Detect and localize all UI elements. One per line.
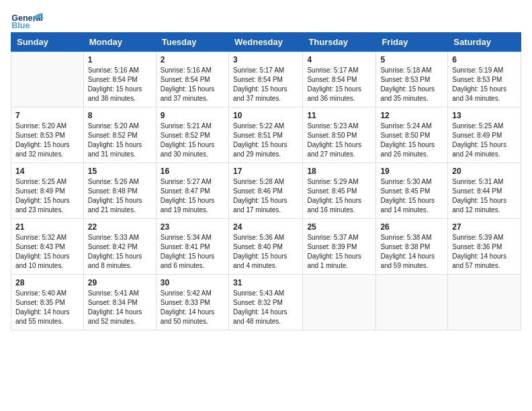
day-number: 13 [452, 111, 517, 120]
calendar-cell: 31Sunrise: 5:43 AM Sunset: 8:32 PM Dayli… [228, 275, 302, 330]
day-info: Sunrise: 5:17 AM Sunset: 8:54 PM Dayligh… [307, 66, 371, 103]
calendar-cell: 5Sunrise: 5:18 AM Sunset: 8:53 PM Daylig… [376, 52, 448, 107]
calendar-cell: 19Sunrise: 5:30 AM Sunset: 8:45 PM Dayli… [376, 163, 448, 219]
weekday-header: Wednesday [228, 33, 302, 52]
day-number: 30 [161, 278, 224, 287]
day-info: Sunrise: 5:24 AM Sunset: 8:50 PM Dayligh… [380, 122, 443, 159]
calendar-cell: 7Sunrise: 5:20 AM Sunset: 8:53 PM Daylig… [11, 107, 84, 163]
calendar-header-row: SundayMondayTuesdayWednesdayThursdayFrid… [11, 33, 521, 52]
svg-text:Blue: Blue [11, 21, 30, 30]
calendar-cell: 1Sunrise: 5:16 AM Sunset: 8:54 PM Daylig… [83, 52, 156, 107]
calendar-cell: 25Sunrise: 5:37 AM Sunset: 8:39 PM Dayli… [303, 219, 376, 275]
calendar-cell: 28Sunrise: 5:40 AM Sunset: 8:35 PM Dayli… [11, 275, 84, 330]
calendar-cell: 26Sunrise: 5:38 AM Sunset: 8:38 PM Dayli… [376, 219, 448, 275]
calendar-cell: 8Sunrise: 5:20 AM Sunset: 8:52 PM Daylig… [83, 107, 156, 163]
day-info: Sunrise: 5:42 AM Sunset: 8:33 PM Dayligh… [161, 289, 224, 326]
day-number: 15 [88, 167, 152, 176]
calendar-cell: 2Sunrise: 5:16 AM Sunset: 8:54 PM Daylig… [156, 52, 228, 107]
calendar-cell: 27Sunrise: 5:39 AM Sunset: 8:36 PM Dayli… [448, 219, 521, 275]
calendar-cell: 22Sunrise: 5:33 AM Sunset: 8:42 PM Dayli… [83, 219, 156, 275]
day-info: Sunrise: 5:43 AM Sunset: 8:32 PM Dayligh… [233, 289, 298, 326]
day-info: Sunrise: 5:23 AM Sunset: 8:50 PM Dayligh… [307, 122, 371, 159]
day-number: 9 [161, 111, 224, 120]
day-number: 3 [233, 55, 298, 64]
day-info: Sunrise: 5:38 AM Sunset: 8:38 PM Dayligh… [380, 233, 443, 271]
calendar-week-row: 1Sunrise: 5:16 AM Sunset: 8:54 PM Daylig… [11, 52, 521, 107]
calendar-cell: 9Sunrise: 5:21 AM Sunset: 8:52 PM Daylig… [156, 107, 228, 163]
day-number: 23 [161, 222, 224, 232]
calendar-week-row: 28Sunrise: 5:40 AM Sunset: 8:35 PM Dayli… [11, 275, 521, 330]
day-number: 27 [452, 222, 517, 232]
day-info: Sunrise: 5:28 AM Sunset: 8:46 PM Dayligh… [233, 177, 298, 215]
day-info: Sunrise: 5:20 AM Sunset: 8:52 PM Dayligh… [88, 122, 152, 159]
calendar-cell: 3Sunrise: 5:17 AM Sunset: 8:54 PM Daylig… [228, 52, 302, 107]
day-info: Sunrise: 5:34 AM Sunset: 8:41 PM Dayligh… [161, 233, 224, 271]
day-number: 14 [15, 167, 79, 176]
day-info: Sunrise: 5:32 AM Sunset: 8:43 PM Dayligh… [15, 233, 79, 271]
day-info: Sunrise: 5:37 AM Sunset: 8:39 PM Dayligh… [307, 233, 371, 271]
calendar-cell: 13Sunrise: 5:25 AM Sunset: 8:49 PM Dayli… [448, 107, 521, 163]
weekday-header: Saturday [448, 33, 521, 52]
calendar-week-row: 14Sunrise: 5:25 AM Sunset: 8:49 PM Dayli… [11, 163, 521, 219]
calendar-cell: 11Sunrise: 5:23 AM Sunset: 8:50 PM Dayli… [303, 107, 376, 163]
day-number: 4 [307, 55, 371, 64]
logo-icon: General Blue [11, 11, 44, 31]
day-number: 7 [15, 111, 79, 120]
calendar-cell: 14Sunrise: 5:25 AM Sunset: 8:49 PM Dayli… [11, 163, 84, 219]
calendar-cell [11, 52, 84, 107]
day-info: Sunrise: 5:25 AM Sunset: 8:49 PM Dayligh… [452, 122, 517, 159]
day-number: 20 [452, 167, 517, 176]
day-info: Sunrise: 5:33 AM Sunset: 8:42 PM Dayligh… [88, 233, 152, 271]
day-info: Sunrise: 5:26 AM Sunset: 8:48 PM Dayligh… [88, 177, 152, 215]
calendar-cell: 15Sunrise: 5:26 AM Sunset: 8:48 PM Dayli… [83, 163, 156, 219]
calendar-cell: 17Sunrise: 5:28 AM Sunset: 8:46 PM Dayli… [228, 163, 302, 219]
day-number: 18 [307, 167, 371, 176]
page-header: General Blue [11, 11, 521, 24]
day-number: 5 [380, 55, 443, 64]
weekday-header: Monday [83, 33, 156, 52]
day-number: 10 [233, 111, 298, 120]
day-number: 6 [452, 55, 517, 64]
calendar-week-row: 21Sunrise: 5:32 AM Sunset: 8:43 PM Dayli… [11, 219, 521, 275]
calendar-cell: 24Sunrise: 5:36 AM Sunset: 8:40 PM Dayli… [228, 219, 302, 275]
calendar-cell [376, 275, 448, 330]
weekday-header: Sunday [11, 33, 84, 52]
weekday-header: Friday [376, 33, 448, 52]
day-number: 31 [233, 278, 298, 287]
day-info: Sunrise: 5:16 AM Sunset: 8:54 PM Dayligh… [88, 66, 152, 103]
day-info: Sunrise: 5:36 AM Sunset: 8:40 PM Dayligh… [233, 233, 298, 271]
day-number: 29 [88, 278, 152, 287]
calendar-cell: 29Sunrise: 5:41 AM Sunset: 8:34 PM Dayli… [83, 275, 156, 330]
calendar-table: SundayMondayTuesdayWednesdayThursdayFrid… [11, 32, 521, 330]
day-info: Sunrise: 5:21 AM Sunset: 8:52 PM Dayligh… [161, 122, 224, 159]
day-info: Sunrise: 5:16 AM Sunset: 8:54 PM Dayligh… [161, 66, 224, 103]
day-info: Sunrise: 5:40 AM Sunset: 8:35 PM Dayligh… [15, 289, 79, 326]
day-info: Sunrise: 5:41 AM Sunset: 8:34 PM Dayligh… [88, 289, 152, 326]
calendar-cell: 21Sunrise: 5:32 AM Sunset: 8:43 PM Dayli… [11, 219, 84, 275]
calendar-cell: 30Sunrise: 5:42 AM Sunset: 8:33 PM Dayli… [156, 275, 228, 330]
day-number: 25 [307, 222, 371, 232]
calendar-cell: 4Sunrise: 5:17 AM Sunset: 8:54 PM Daylig… [303, 52, 376, 107]
calendar-cell: 20Sunrise: 5:31 AM Sunset: 8:44 PM Dayli… [448, 163, 521, 219]
day-number: 16 [161, 167, 224, 176]
day-info: Sunrise: 5:27 AM Sunset: 8:47 PM Dayligh… [161, 177, 224, 215]
day-number: 24 [233, 222, 298, 232]
logo: General Blue [11, 11, 44, 24]
day-number: 22 [88, 222, 152, 232]
day-number: 21 [15, 222, 79, 232]
day-number: 19 [380, 167, 443, 176]
calendar-week-row: 7Sunrise: 5:20 AM Sunset: 8:53 PM Daylig… [11, 107, 521, 163]
calendar-cell: 6Sunrise: 5:19 AM Sunset: 8:53 PM Daylig… [448, 52, 521, 107]
day-number: 12 [380, 111, 443, 120]
day-number: 2 [161, 55, 224, 64]
day-info: Sunrise: 5:31 AM Sunset: 8:44 PM Dayligh… [452, 177, 517, 215]
calendar-cell: 12Sunrise: 5:24 AM Sunset: 8:50 PM Dayli… [376, 107, 448, 163]
calendar-cell: 18Sunrise: 5:29 AM Sunset: 8:45 PM Dayli… [303, 163, 376, 219]
day-number: 26 [380, 222, 443, 232]
day-number: 1 [88, 55, 152, 64]
calendar-cell [448, 275, 521, 330]
day-info: Sunrise: 5:22 AM Sunset: 8:51 PM Dayligh… [233, 122, 298, 159]
weekday-header: Tuesday [156, 33, 228, 52]
weekday-header: Thursday [303, 33, 376, 52]
calendar-cell: 10Sunrise: 5:22 AM Sunset: 8:51 PM Dayli… [228, 107, 302, 163]
